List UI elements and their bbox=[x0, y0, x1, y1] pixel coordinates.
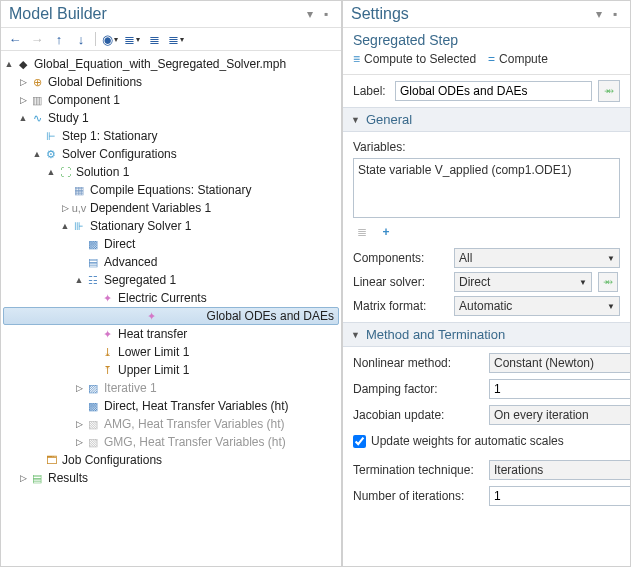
compute-button[interactable]: =Compute bbox=[488, 52, 548, 66]
more-icon[interactable]: ▪ bbox=[608, 7, 622, 21]
solver-config-icon: ⚙ bbox=[43, 146, 59, 162]
segregated-icon: ☷ bbox=[85, 272, 101, 288]
tree-solver-configs[interactable]: ▲⚙Solver Configurations bbox=[3, 145, 339, 163]
variables-listbox[interactable]: State variable V_applied (comp1.ODE1) bbox=[353, 158, 620, 218]
tree-lower-limit[interactable]: ▷⤓Lower Limit 1 bbox=[3, 343, 339, 361]
goto-source-button[interactable]: ⥇ bbox=[598, 80, 620, 102]
expand-triangle-icon: ▼ bbox=[351, 115, 360, 125]
label-input[interactable] bbox=[395, 81, 592, 101]
tree-dep-vars[interactable]: ▷u,vDependent Variables 1 bbox=[3, 199, 339, 217]
menu-dropdown-icon[interactable]: ▾ bbox=[303, 7, 317, 21]
expand-triangle-icon: ▼ bbox=[351, 330, 360, 340]
tree-gmg-ht[interactable]: ▷▧GMG, Heat Transfer Variables (ht) bbox=[3, 433, 339, 451]
tree-compile-eq[interactable]: ▷▦Compile Equations: Stationary bbox=[3, 181, 339, 199]
components-select[interactable]: All▼ bbox=[454, 248, 620, 268]
number-iterations-input[interactable] bbox=[489, 486, 630, 506]
compute-icon: = bbox=[488, 52, 495, 66]
tree-step-1[interactable]: ▷⊩Step 1: Stationary bbox=[3, 127, 339, 145]
step-icon: ✦ bbox=[99, 326, 115, 342]
tree-electric-currents[interactable]: ▷✦Electric Currents bbox=[3, 289, 339, 307]
more-icon[interactable]: ▪ bbox=[319, 7, 333, 21]
results-icon: ▤ bbox=[29, 470, 45, 486]
model-tree[interactable]: ▲◆Global_Equation_with_Segregated_Solver… bbox=[1, 51, 341, 566]
stationary-solver-icon: ⊪ bbox=[71, 218, 87, 234]
model-builder-toolbar: ← → ↑ ↓ ◉▾ ≣▾ ≣ ≣▾ bbox=[1, 28, 341, 51]
variables-label: Variables: bbox=[353, 140, 620, 154]
linear-solver-goto-button[interactable]: ⥇ bbox=[598, 272, 618, 292]
model-builder-panel: Model Builder ▾ ▪ ← → ↑ ↓ ◉▾ ≣▾ ≣ ≣▾ ▲◆G… bbox=[0, 0, 342, 567]
linear-solver-label: Linear solver: bbox=[353, 275, 448, 289]
stationary-icon: ⊩ bbox=[43, 128, 59, 144]
tree-job-configs[interactable]: ▷🗔Job Configurations bbox=[3, 451, 339, 469]
command-row: ≡Compute to Selected =Compute bbox=[343, 50, 630, 75]
direct-icon: ▩ bbox=[85, 398, 101, 414]
collapse-button[interactable]: ≣▾ bbox=[124, 31, 140, 47]
expand-button[interactable]: ≣ bbox=[146, 31, 162, 47]
method-termination-section-header[interactable]: ▼ Method and Termination bbox=[343, 322, 630, 347]
upper-limit-icon: ⤒ bbox=[99, 362, 115, 378]
jacobian-update-label: Jacobian update: bbox=[353, 408, 481, 422]
damping-factor-label: Damping factor: bbox=[353, 382, 481, 396]
tree-segregated-1[interactable]: ▲☷Segregated 1 bbox=[3, 271, 339, 289]
amg-icon: ▧ bbox=[85, 416, 101, 432]
label-row: Label: ⥇ bbox=[343, 75, 630, 107]
damping-factor-input[interactable] bbox=[489, 379, 630, 399]
segregated-step-subtitle: Segregated Step bbox=[343, 28, 630, 50]
settings-body: Segregated Step ≡Compute to Selected =Co… bbox=[343, 28, 630, 566]
advanced-icon: ▤ bbox=[85, 254, 101, 270]
tree-study-1[interactable]: ▲∿Study 1 bbox=[3, 109, 339, 127]
update-weights-checkbox-row[interactable]: Update weights for automatic scales bbox=[353, 434, 630, 448]
variables-item[interactable]: State variable V_applied (comp1.ODE1) bbox=[358, 163, 615, 177]
label-field-label: Label: bbox=[353, 84, 389, 98]
jacobian-update-select[interactable]: On every iteration▼ bbox=[489, 405, 630, 425]
settings-titlebar: Settings ▾ ▪ bbox=[343, 1, 630, 28]
forward-button[interactable]: → bbox=[29, 31, 45, 47]
settings-panel: Settings ▾ ▪ Segregated Step ≡Compute to… bbox=[342, 0, 631, 567]
termination-technique-select[interactable]: Iterations▼ bbox=[489, 460, 630, 480]
job-icon: 🗔 bbox=[43, 452, 59, 468]
tree-global-odes-daes[interactable]: ▷✦Global ODEs and DAEs bbox=[3, 307, 339, 325]
general-section-header[interactable]: ▼ General bbox=[343, 107, 630, 132]
model-builder-title: Model Builder bbox=[9, 5, 301, 23]
chevron-down-icon: ▼ bbox=[607, 254, 615, 263]
down-button[interactable]: ↓ bbox=[73, 31, 89, 47]
study-icon: ∿ bbox=[29, 110, 45, 126]
tree-advanced[interactable]: ▷▤Advanced bbox=[3, 253, 339, 271]
tree-solution-1[interactable]: ▲⛶Solution 1 bbox=[3, 163, 339, 181]
direct-icon: ▩ bbox=[85, 236, 101, 252]
up-button[interactable]: ↑ bbox=[51, 31, 67, 47]
general-section-body: Variables: State variable V_applied (com… bbox=[343, 132, 630, 322]
back-button[interactable]: ← bbox=[7, 31, 23, 47]
termination-technique-label: Termination technique: bbox=[353, 463, 481, 477]
compile-icon: ▦ bbox=[71, 182, 87, 198]
chevron-down-icon: ▼ bbox=[579, 278, 587, 287]
tree-component-1[interactable]: ▷▥Component 1 bbox=[3, 91, 339, 109]
compute-to-selected-button[interactable]: ≡Compute to Selected bbox=[353, 52, 476, 66]
tree-global-definitions[interactable]: ▷⊕Global Definitions bbox=[3, 73, 339, 91]
tree-results[interactable]: ▷▤Results bbox=[3, 469, 339, 487]
tree-direct-ht[interactable]: ▷▩Direct, Heat Transfer Variables (ht) bbox=[3, 397, 339, 415]
iterative-icon: ▨ bbox=[85, 380, 101, 396]
tree-heat-transfer[interactable]: ▷✦Heat transfer bbox=[3, 325, 339, 343]
add-button[interactable]: + bbox=[377, 224, 395, 240]
component-icon: ▥ bbox=[29, 92, 45, 108]
matrix-format-select[interactable]: Automatic▼ bbox=[454, 296, 620, 316]
tree-stationary-solver-1[interactable]: ▲⊪Stationary Solver 1 bbox=[3, 217, 339, 235]
nonlinear-method-label: Nonlinear method: bbox=[353, 356, 481, 370]
toolbar-separator bbox=[95, 32, 96, 46]
list-options-button[interactable]: ≣ bbox=[353, 224, 371, 240]
tree-direct[interactable]: ▷▩Direct bbox=[3, 235, 339, 253]
tree-amg-ht[interactable]: ▷▧AMG, Heat Transfer Variables (ht) bbox=[3, 415, 339, 433]
show-button[interactable]: ◉▾ bbox=[102, 31, 118, 47]
nonlinear-method-select[interactable]: Constant (Newton)▼ bbox=[489, 353, 630, 373]
menu-dropdown-icon[interactable]: ▾ bbox=[592, 7, 606, 21]
tree-options-button[interactable]: ≣▾ bbox=[168, 31, 184, 47]
linear-solver-select[interactable]: Direct▼ bbox=[454, 272, 592, 292]
tree-upper-limit[interactable]: ▷⤒Upper Limit 1 bbox=[3, 361, 339, 379]
tree-iterative-1[interactable]: ▷▨Iterative 1 bbox=[3, 379, 339, 397]
solution-icon: ⛶ bbox=[57, 164, 73, 180]
update-weights-checkbox[interactable] bbox=[353, 435, 366, 448]
tree-root[interactable]: ▲◆Global_Equation_with_Segregated_Solver… bbox=[3, 55, 339, 73]
model-builder-titlebar: Model Builder ▾ ▪ bbox=[1, 1, 341, 28]
variables-icon: u,v bbox=[71, 200, 87, 216]
